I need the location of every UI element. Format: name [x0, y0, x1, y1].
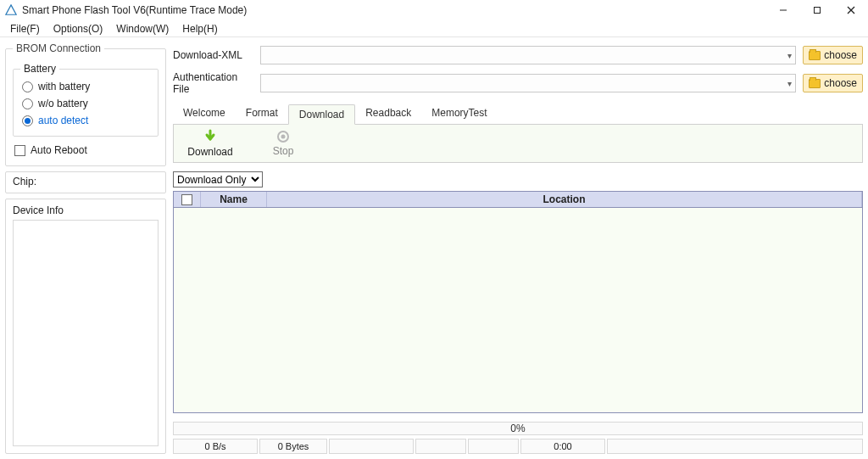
folder-icon — [809, 51, 821, 60]
chevron-down-icon: ▾ — [787, 51, 792, 60]
auth-file-combo[interactable]: ▾ — [260, 74, 796, 92]
device-info-group: Device Info — [5, 199, 166, 454]
partition-table: Name Location — [173, 191, 863, 413]
menu-window[interactable]: Window(W) — [109, 21, 175, 36]
battery-label: Battery — [20, 63, 59, 75]
table-header: Name Location — [174, 192, 862, 208]
menu-bar: File(F) Options(O) Window(W) Help(H) — [0, 20, 868, 37]
progress-text: 0% — [510, 423, 525, 434]
title-bar: Smart Phone Flash Tool V6(Runtime Trace … — [0, 0, 868, 20]
battery-group: Battery with battery w/o battery auto de… — [13, 63, 159, 137]
menu-file[interactable]: File(F) — [3, 21, 47, 36]
download-button-label: Download — [187, 146, 232, 158]
brom-connection-label: BROM Connection — [13, 42, 104, 54]
status-cell-5 — [468, 439, 519, 454]
tab-welcome[interactable]: Welcome — [173, 104, 236, 124]
status-time: 0:00 — [520, 439, 605, 454]
radio-auto-detect-label: auto detect — [38, 115, 88, 126]
radio-icon — [22, 81, 33, 92]
auth-file-label: Authentication File — [173, 71, 253, 95]
table-header-name: Name — [201, 192, 267, 207]
status-cell-7 — [607, 439, 863, 454]
status-bytes: 0 Bytes — [259, 439, 327, 454]
toolbar: Download Stop — [173, 125, 863, 163]
radio-icon — [22, 115, 33, 126]
menu-help[interactable]: Help(H) — [175, 21, 224, 36]
device-info-area — [13, 220, 159, 446]
close-button[interactable] — [834, 0, 868, 20]
checkbox-icon — [181, 194, 192, 205]
status-cell-3 — [329, 439, 414, 454]
tab-readback[interactable]: Readback — [355, 104, 421, 124]
download-button[interactable]: Download — [174, 125, 247, 162]
auto-reboot-label: Auto Reboot — [31, 144, 87, 156]
stop-button-label: Stop — [273, 145, 294, 157]
progress-bar: 0% — [173, 422, 863, 435]
tab-download[interactable]: Download — [288, 104, 355, 125]
maximize-button[interactable] — [800, 0, 834, 20]
stop-icon — [276, 130, 290, 143]
chip-label: Chip: — [13, 176, 36, 188]
radio-with-battery-label: with battery — [38, 81, 90, 92]
tab-memorytest[interactable]: MemoryTest — [421, 104, 497, 124]
radio-wo-battery[interactable]: w/o battery — [20, 95, 151, 112]
download-xml-label: Download-XML — [173, 49, 253, 61]
auto-reboot-checkbox[interactable]: Auto Reboot — [13, 142, 159, 159]
radio-with-battery[interactable]: with battery — [20, 78, 151, 95]
checkbox-icon — [14, 145, 25, 156]
svg-rect-1 — [815, 8, 821, 14]
status-speed: 0 B/s — [173, 439, 258, 454]
radio-icon — [22, 98, 33, 109]
chevron-down-icon: ▾ — [787, 79, 792, 88]
status-bar: 0 B/s 0 Bytes 0:00 — [173, 439, 863, 454]
table-body — [174, 208, 862, 412]
download-mode-select[interactable]: Download Only — [173, 171, 263, 188]
status-cell-4 — [415, 439, 466, 454]
download-xml-combo[interactable]: ▾ — [260, 46, 796, 64]
folder-icon — [809, 79, 821, 88]
tab-format[interactable]: Format — [236, 104, 288, 124]
tab-strip: Welcome Format Download Readback MemoryT… — [173, 104, 863, 125]
radio-auto-detect[interactable]: auto detect — [20, 112, 151, 129]
download-arrow-icon — [203, 129, 218, 144]
choose-label: choose — [824, 49, 857, 61]
table-header-checkbox[interactable] — [174, 192, 201, 207]
auth-file-choose-button[interactable]: choose — [803, 74, 863, 92]
app-logo-icon — [5, 4, 17, 16]
device-info-label: Device Info — [13, 204, 159, 216]
svg-point-5 — [281, 135, 286, 139]
radio-wo-battery-label: w/o battery — [38, 98, 88, 109]
table-header-location: Location — [267, 192, 862, 207]
brom-connection-group: BROM Connection Battery with battery w/o… — [5, 42, 166, 166]
menu-options[interactable]: Options(O) — [47, 21, 110, 36]
choose-label: choose — [824, 77, 857, 89]
chip-group: Chip: — [5, 171, 166, 193]
minimize-button[interactable] — [766, 0, 800, 20]
stop-button[interactable]: Stop — [247, 125, 320, 162]
window-title: Smart Phone Flash Tool V6(Runtime Trace … — [22, 4, 247, 16]
download-xml-choose-button[interactable]: choose — [803, 46, 863, 64]
